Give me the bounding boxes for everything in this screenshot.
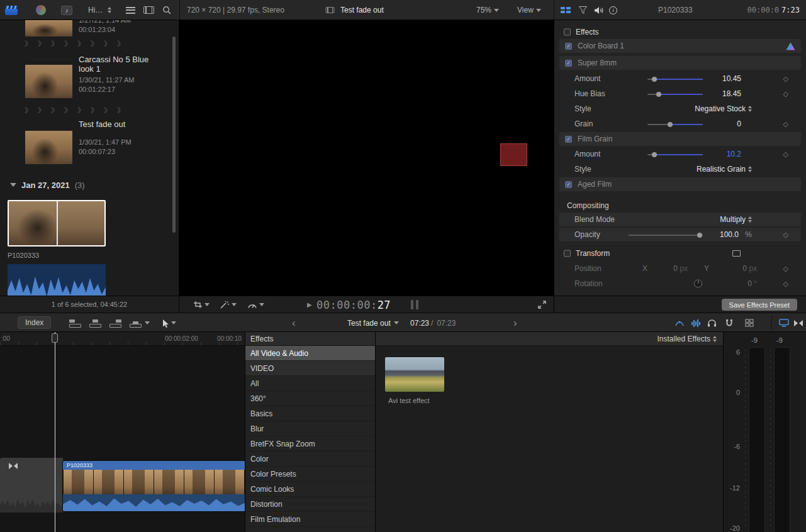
effects-category-360[interactable]: 360° <box>245 391 375 406</box>
insert-clip-icon[interactable] <box>89 313 101 333</box>
filmstrip-view-icon[interactable] <box>143 0 154 20</box>
fullscreen-icon[interactable] <box>538 296 546 313</box>
keyframe-diamond-icon[interactable]: ◇ <box>783 280 788 288</box>
hue-bias-slider[interactable] <box>647 94 703 95</box>
timeline-gap-clip[interactable] <box>0 458 63 513</box>
effects-category-distortion[interactable]: Distortion <box>245 497 375 512</box>
index-button[interactable]: Index <box>18 316 51 329</box>
param-value[interactable]: 100.0 <box>695 230 739 239</box>
color-board-checkbox[interactable] <box>565 43 572 50</box>
slider-thumb[interactable] <box>652 77 657 82</box>
viewer-view-menu[interactable]: View <box>517 0 541 20</box>
blend-mode-popup[interactable]: Multiply <box>720 215 752 224</box>
position-y-value[interactable]: 0 px <box>732 264 757 273</box>
film-grain-checkbox[interactable] <box>565 136 572 143</box>
clip-thumbnail[interactable] <box>25 65 72 98</box>
clip-thumbnail[interactable] <box>25 20 72 36</box>
photos-browser-icon[interactable] <box>36 0 46 20</box>
effect-row-film-grain[interactable]: Film Grain <box>559 132 801 146</box>
disclosure-triangle-icon[interactable] <box>10 183 16 187</box>
effects-category-color-presets[interactable]: Color Presets <box>245 467 375 482</box>
effects-category-film-emulation[interactable]: Film Emulation <box>245 512 375 527</box>
viewer-zoom-menu[interactable]: 75% <box>476 0 499 20</box>
installed-effects-menu[interactable]: Installed Effects <box>658 335 717 343</box>
clip-title[interactable]: look 1 <box>79 64 101 74</box>
style-popup[interactable]: Negative Stock <box>695 104 752 113</box>
audio-meters-toggle[interactable] <box>411 300 418 309</box>
keyframe-diamond-icon[interactable]: ◇ <box>783 150 788 158</box>
effects-category-all[interactable]: All <box>245 376 375 391</box>
keyframe-diamond-icon[interactable]: ◇ <box>783 75 788 83</box>
search-icon[interactable] <box>162 0 171 20</box>
browser-scrollbar[interactable] <box>172 36 176 233</box>
pointer-tool-menu[interactable] <box>162 313 176 333</box>
effect-row-color-board[interactable]: Color Board 1 <box>559 39 801 53</box>
previous-project-button[interactable]: ‹ <box>292 313 296 333</box>
clip-thumbnail[interactable] <box>25 131 72 164</box>
viewer-overlay-rect[interactable] <box>500 143 527 166</box>
timeline-ruler[interactable]: :00 00:00:02:00 00:00:10 <box>0 332 245 346</box>
timeline-project-menu[interactable]: Test fade out <box>347 313 399 333</box>
speaker-icon[interactable] <box>594 0 604 20</box>
effects-category-basics[interactable]: Basics <box>245 406 375 421</box>
transform-enable-checkbox[interactable] <box>564 250 571 257</box>
keyframe-diamond-icon[interactable]: ◇ <box>783 265 788 273</box>
viewer-canvas[interactable] <box>179 20 554 296</box>
solo-headphones-icon[interactable] <box>707 313 717 333</box>
audio-browser-icon[interactable]: ♪ <box>61 0 72 20</box>
browser-toggle-icon[interactable] <box>561 0 571 20</box>
amount-slider[interactable] <box>647 79 703 80</box>
rotation-dial-icon[interactable] <box>694 280 702 288</box>
effects-enable-checkbox[interactable] <box>564 29 571 36</box>
date-group-header[interactable]: Jan 27, 2021 (3) <box>0 179 179 191</box>
effects-category-all-video-audio[interactable]: All Video & Audio <box>245 346 375 361</box>
snapping-magnet-icon[interactable] <box>725 313 734 333</box>
skimming-toggle-icon[interactable] <box>674 313 685 333</box>
effects-category-color[interactable]: Color <box>245 452 375 467</box>
bowtie-icon[interactable] <box>794 313 803 333</box>
effect-row-super-8mm[interactable]: Super 8mm <box>559 56 801 70</box>
grain-slider[interactable] <box>647 124 703 125</box>
effect-thumbnail[interactable] <box>385 357 444 392</box>
effect-row-aged-film[interactable]: Aged Film <box>559 177 801 191</box>
param-value[interactable]: 10.45 <box>697 74 741 83</box>
timeline-display-icon[interactable] <box>779 313 789 333</box>
timeline-pane[interactable]: :00 00:00:02:00 00:00:10 P1020333 <box>0 332 245 532</box>
keyframe-diamond-icon[interactable]: ◇ <box>783 231 788 239</box>
effects-group-video[interactable]: VIDEO <box>245 361 375 376</box>
effects-category-blur[interactable]: Blur <box>245 421 375 436</box>
transform-onscreen-controls-icon[interactable] <box>732 250 741 257</box>
roles-grid-icon[interactable] <box>745 313 754 333</box>
library-menu[interactable]: Hi… <box>88 0 111 20</box>
film-grain-amount-slider[interactable] <box>647 154 703 155</box>
param-value[interactable]: 10.2 <box>697 150 741 158</box>
connect-clip-icon[interactable] <box>69 313 81 333</box>
slider-thumb[interactable] <box>668 122 673 127</box>
inspector-info-icon[interactable]: i <box>609 0 617 20</box>
overwrite-clip-icon[interactable] <box>130 313 142 333</box>
save-effects-preset-button[interactable]: Save Effects Preset <box>722 299 797 311</box>
playhead[interactable] <box>55 332 55 532</box>
enhancements-tool-button[interactable] <box>220 296 237 313</box>
param-value[interactable]: 0 <box>697 119 741 128</box>
style-popup[interactable]: Realistic Grain <box>697 165 752 174</box>
opacity-slider[interactable] <box>629 235 703 236</box>
slider-thumb[interactable] <box>656 92 661 97</box>
color-board-icon[interactable] <box>786 42 795 50</box>
position-x-value[interactable]: 0 px <box>663 264 688 273</box>
clip-title[interactable]: Carcassi No 5 Blue <box>79 55 148 64</box>
keyframe-diamond-icon[interactable]: ◇ <box>783 120 788 128</box>
list-view-icon[interactable] <box>126 0 135 20</box>
playhead-handle[interactable] <box>52 333 58 343</box>
super-8mm-checkbox[interactable] <box>565 60 572 67</box>
selected-clip-thumbnail[interactable] <box>8 200 106 247</box>
crop-tool-button[interactable] <box>193 296 210 313</box>
keyframe-diamond-icon[interactable]: ◇ <box>783 90 788 98</box>
import-media-icon[interactable] <box>5 0 18 20</box>
aged-film-checkbox[interactable] <box>565 181 572 188</box>
slider-thumb[interactable] <box>652 152 657 157</box>
clip-title[interactable]: Test fade out <box>79 119 125 129</box>
effects-category-bretfx-snap-zoom[interactable]: BretFX Snap Zoom <box>245 436 375 452</box>
retime-tool-button[interactable] <box>247 296 264 313</box>
play-icon[interactable]: ▶ <box>307 296 312 313</box>
